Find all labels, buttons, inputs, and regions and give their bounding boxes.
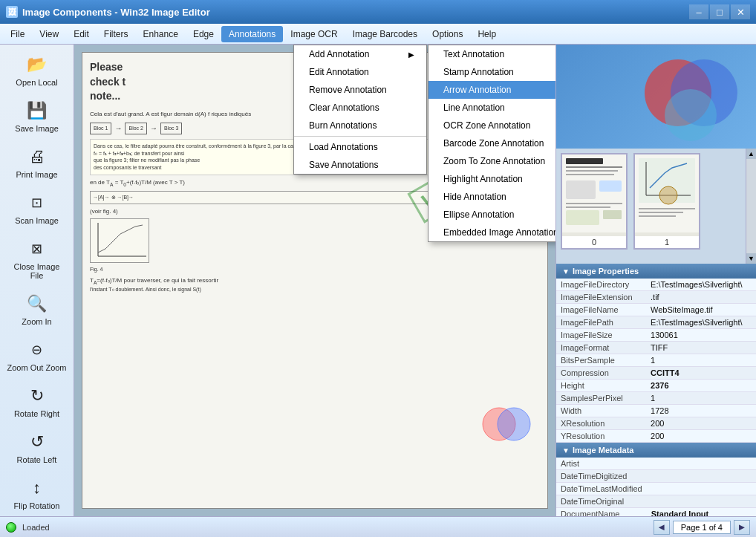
sidebar-btn-print-image[interactable]: 🖨 Print Image xyxy=(3,140,71,184)
sidebar-btn-rotate-right[interactable]: ↻ Rotate Right xyxy=(3,379,71,423)
menu-view[interactable]: View xyxy=(32,26,66,42)
menu-clear-annotations[interactable]: Clear Annotations xyxy=(294,99,426,117)
menu-imageocr[interactable]: Image OCR xyxy=(283,26,345,42)
menu-edit[interactable]: Edit xyxy=(66,26,97,42)
sidebar-btn-flip-rotation[interactable]: ↕ Flip Rotation xyxy=(3,471,71,515)
thumbnail-1-label: 1 xyxy=(663,236,671,248)
menu-imagebarcodes[interactable]: Image Barcodes xyxy=(345,26,425,42)
submenu-highlight-annotation[interactable]: Highlight Annotation xyxy=(428,170,555,188)
submenu-ellipse-annotation[interactable]: Ellipse Annotation xyxy=(428,206,555,224)
meta-row-artist: Artist xyxy=(556,458,756,470)
meta-row-datetimedigitized: DateTimeDigitized xyxy=(556,470,756,483)
svg-rect-16 xyxy=(566,210,599,225)
submenu-line-annotation[interactable]: Line Annotation xyxy=(428,99,555,117)
image-properties-header[interactable]: ▼ Image Properties xyxy=(556,264,756,279)
image-metadata-table: Artist DateTimeDigitized DateTimeLastMod… xyxy=(556,458,756,516)
menu-edge[interactable]: Edge xyxy=(186,26,221,42)
sidebar-btn-open-local[interactable]: 📂 Open Local xyxy=(3,48,71,92)
scan-image-label: Scan Image xyxy=(15,216,59,225)
menu-enhance[interactable]: Enhance xyxy=(136,26,186,42)
thumbnail-area: 0 1 xyxy=(556,149,756,264)
menu-add-annotation[interactable]: Add Annotation ▶ xyxy=(294,45,426,63)
next-page-button[interactable]: ► xyxy=(734,520,750,535)
sidebar-btn-save-image[interactable]: 💾 Save Image xyxy=(3,94,71,138)
zoom-out-icon: ⊖ xyxy=(25,338,49,362)
prop-row-width: Width 1728 xyxy=(556,405,756,417)
prop-val-imagefile-name: WebSiteImage.tif xyxy=(646,304,756,316)
sidebar-btn-scan-image[interactable]: ⊡ Scan Image xyxy=(3,186,71,230)
window-controls: – □ ✕ xyxy=(689,4,750,19)
submenu-arrow-annotation[interactable]: Arrow Annotation xyxy=(428,81,555,99)
prop-val-imagefile-extension: .tif xyxy=(646,291,756,304)
thumb-0-svg xyxy=(562,154,626,232)
menu-burn-annotations[interactable]: Burn Annotations xyxy=(294,117,426,134)
prop-val-samplesperpixel: 1 xyxy=(646,392,756,405)
sidebar: 📂 Open Local 💾 Save Image 🖨 Print Image … xyxy=(0,45,74,516)
prev-page-button[interactable]: ◄ xyxy=(654,520,670,535)
menu-save-annotations[interactable]: Save Annotations xyxy=(294,156,426,174)
rotate-right-label: Rotate Right xyxy=(14,409,59,418)
sidebar-btn-rotate-left[interactable]: ↺ Rotate Left xyxy=(3,425,71,469)
barcode-zone-annotation-label: Barcode Zone Annotation xyxy=(443,138,544,149)
close-button[interactable]: ✕ xyxy=(731,4,750,19)
submenu-stamp-annotation[interactable]: Stamp Annotation xyxy=(428,63,555,81)
submenu-embedded-image-annotation[interactable]: Embedded Image Annotation xyxy=(428,224,555,241)
highlight-annotation-label: Highlight Annotation xyxy=(443,174,523,184)
svg-rect-10 xyxy=(566,170,618,172)
prop-row-height: Height 2376 xyxy=(556,380,756,392)
submenu-text-annotation[interactable]: Text Annotation xyxy=(428,45,555,63)
sidebar-btn-zoom-out[interactable]: ⊖ Zoom Out Zoom xyxy=(3,333,71,377)
menu-options[interactable]: Options xyxy=(425,26,470,42)
status-text: Loaded xyxy=(22,523,50,532)
thumbnail-1[interactable]: 1 xyxy=(633,153,700,250)
thumbnail-scroll-down[interactable]: ▼ xyxy=(746,253,756,264)
prop-key-samplesperpixel: SamplesPerPixel xyxy=(556,392,646,405)
prop-val-height: 2376 xyxy=(646,380,756,392)
image-metadata-header[interactable]: ▼ Image Metadata xyxy=(556,443,756,458)
zoom-in-icon: 🔍 xyxy=(25,292,49,316)
thumbnail-scroll-up[interactable]: ▲ xyxy=(746,149,756,159)
svg-rect-9 xyxy=(566,166,622,168)
open-local-label: Open Local xyxy=(16,78,57,87)
menu-help[interactable]: Help xyxy=(470,26,504,42)
sidebar-btn-zoom-in[interactable]: 🔍 Zoom In xyxy=(3,287,71,331)
menubar: File View Edit Filters Enhance Edge Anno… xyxy=(0,24,756,45)
main-layout: 📂 Open Local 💾 Save Image 🖨 Print Image … xyxy=(0,45,756,516)
svg-point-3 xyxy=(498,408,530,440)
zoom-to-zone-annotation-label: Zoom To Zone Annotation xyxy=(443,156,545,166)
menu-file[interactable]: File xyxy=(3,26,32,42)
page-info: Page 1 of 4 xyxy=(673,521,731,534)
submenu-zoom-to-zone-annotation[interactable]: Zoom To Zone Annotation xyxy=(428,152,555,170)
svg-rect-24 xyxy=(639,212,683,213)
meta-val-datetimedigitized xyxy=(647,470,756,483)
save-image-label: Save Image xyxy=(15,124,59,133)
ellipse-annotation-label: Ellipse Annotation xyxy=(443,209,514,220)
prop-key-width: Width xyxy=(556,405,646,417)
meta-val-artist xyxy=(647,458,756,470)
rotate-right-icon: ↻ xyxy=(25,384,49,408)
sidebar-btn-close-image[interactable]: ⊠ Close Image File xyxy=(3,232,71,285)
graph-svg xyxy=(91,219,150,264)
menu-annotations[interactable]: Annotations xyxy=(221,26,283,42)
maximize-button[interactable]: □ xyxy=(710,4,729,19)
menu-remove-annotation[interactable]: Remove Annotation xyxy=(294,81,426,99)
menu-filters[interactable]: Filters xyxy=(97,26,136,42)
save-image-icon: 💾 xyxy=(25,99,49,123)
submenu-barcode-zone-annotation[interactable]: Barcode Zone Annotation xyxy=(428,134,555,152)
minimize-button[interactable]: – xyxy=(689,4,708,19)
submenu-ocr-zone-annotation[interactable]: OCR Zone Annotation xyxy=(428,117,555,134)
save-annotations-label: Save Annotations xyxy=(309,160,378,170)
menu-edit-annotation[interactable]: Edit Annotation xyxy=(294,63,426,81)
hide-annotation-label: Hide Annotation xyxy=(443,192,506,202)
prop-key-imagefile-name: ImageFileName xyxy=(556,304,646,316)
add-annotation-submenu: Text Annotation Stamp Annotation Arrow A… xyxy=(428,45,555,242)
submenu-hide-annotation[interactable]: Hide Annotation xyxy=(428,188,555,206)
prop-key-bitspersample: BitsPerSample xyxy=(556,354,646,367)
doc-caption: Fig. 4 xyxy=(90,266,540,273)
thumbnail-0[interactable]: 0 xyxy=(561,153,628,250)
menu-load-annotations[interactable]: Load Annotations xyxy=(294,138,426,156)
meta-key-datetimedigitized: DateTimeDigitized xyxy=(556,470,647,483)
svg-rect-12 xyxy=(566,180,596,199)
prop-key-imagefile-size: ImageFileSize xyxy=(556,329,646,342)
svg-rect-25 xyxy=(639,215,676,217)
